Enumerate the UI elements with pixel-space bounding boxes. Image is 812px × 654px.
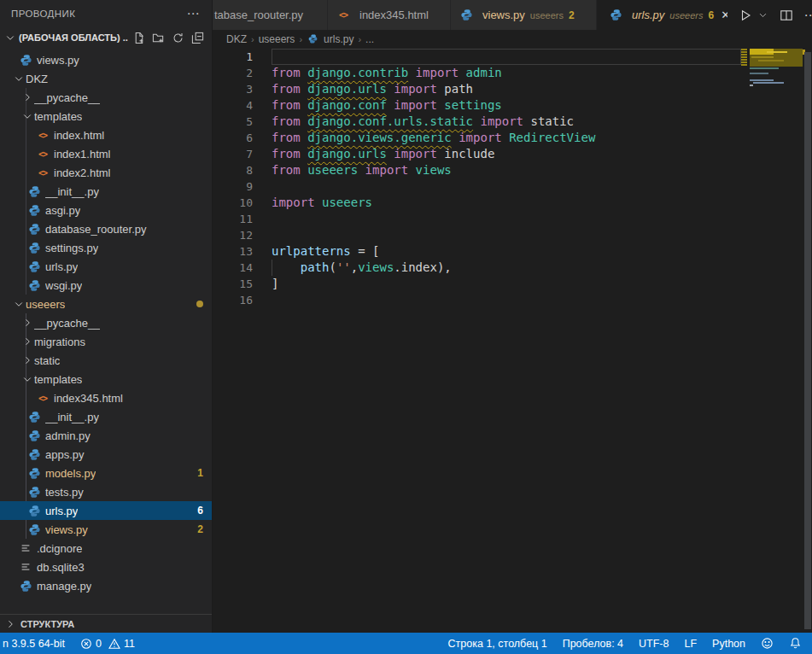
tree-folder-__pycache__[interactable]: __pycache__ <box>0 313 212 332</box>
html-file-icon: <> <box>36 166 50 179</box>
tab-tabase_roouter.py[interactable]: tabase_roouter.py <box>213 0 328 30</box>
breadcrumb-item[interactable]: useeers <box>259 33 295 45</box>
run-dropdown-chevron-icon[interactable] <box>753 6 772 25</box>
tree-file-db.sqlite3[interactable]: db.sqlite3 <box>0 558 212 576</box>
code-line-3[interactable]: 3from django.urls import path <box>213 81 741 97</box>
token-kw: import <box>473 114 530 128</box>
tree-file-.dcignore[interactable]: .dcignore <box>0 539 212 558</box>
notifications-bell-icon[interactable] <box>789 637 802 650</box>
code-line-9[interactable]: 9 <box>213 178 741 195</box>
problems-status[interactable]: 0 11 <box>80 638 135 650</box>
code-line-7[interactable]: 7from django.urls import include <box>213 146 741 162</box>
split-editor-icon[interactable] <box>777 6 796 25</box>
python-file-icon <box>27 260 41 273</box>
breadcrumb-item[interactable]: ... <box>365 33 374 45</box>
explorer-sidebar: ПРОВОДНИК ⋯ (РАБОЧАЯ ОБЛАСТЬ) ... <box>0 0 213 633</box>
tree-file-asgi.py[interactable]: asgi.py <box>0 201 212 219</box>
tree-file-wsgi.py[interactable]: wsgi.py <box>0 276 212 295</box>
explorer-more-actions-icon[interactable]: ⋯ <box>187 6 200 21</box>
code-line-10[interactable]: 10import useeers <box>213 195 741 211</box>
token-str: '' <box>336 260 351 274</box>
tree-folder-static[interactable]: static <box>0 351 212 370</box>
python-file-icon <box>27 203 41 217</box>
close-icon[interactable]: ✕ <box>721 9 727 21</box>
code-line-6[interactable]: 6from django.views.generic import Redire… <box>213 130 741 146</box>
workspace-section-header[interactable]: (РАБОЧАЯ ОБЛАСТЬ) ... <box>0 27 212 48</box>
code-line-2[interactable]: 2from django.contrib import admin <box>213 65 741 81</box>
python-interpreter-status[interactable]: n 3.9.5 64-bit <box>3 638 65 650</box>
feedback-icon[interactable] <box>761 637 774 650</box>
tree-folder-migrations[interactable]: migrations <box>0 332 212 351</box>
token-kw: from <box>272 114 307 128</box>
tree-file-index1.html[interactable]: <>index1.html <box>0 144 212 163</box>
tree-file-manage.py[interactable]: manage.py <box>0 576 212 595</box>
tree-file-__init__.py[interactable]: __init__.py <box>0 407 212 426</box>
tree-folder-templates[interactable]: templates <box>0 370 212 388</box>
run-python-file-icon[interactable] <box>736 6 755 25</box>
code-line-15[interactable]: 15] <box>213 276 741 292</box>
eol-status[interactable]: LF <box>684 638 697 650</box>
status-bar: n 3.9.5 64-bit 0 11 Строка 1, столбец 1 … <box>0 633 812 654</box>
code-line-13[interactable]: 13urlpatterns = [ <box>213 243 741 260</box>
new-folder-icon[interactable] <box>149 29 167 47</box>
tree-file-tests.py[interactable]: tests.py <box>0 482 212 501</box>
python-file-icon <box>27 523 41 536</box>
minimap[interactable] <box>741 48 803 633</box>
chevron-right-icon <box>20 92 34 102</box>
cursor-position-status[interactable]: Строка 1, столбец 1 <box>448 638 547 650</box>
breadcrumb-item[interactable]: DKZ <box>226 33 247 45</box>
tree-file-__init__.py[interactable]: __init__.py <box>0 182 212 201</box>
tree-file-settings.py[interactable]: settings.py <box>0 238 212 257</box>
tree-file-apps.py[interactable]: apps.py <box>0 445 212 464</box>
code-line-1[interactable]: 1 <box>213 49 741 65</box>
tree-file-urls.py[interactable]: urls.py6 <box>0 501 212 520</box>
tree-file-admin.py[interactable]: admin.py <box>0 426 212 445</box>
file-lines-icon <box>19 560 32 574</box>
code-line-11[interactable]: 11 <box>213 211 741 227</box>
line-number: 14 <box>213 260 272 276</box>
collapse-all-icon[interactable] <box>189 29 207 47</box>
tree-folder-templates[interactable]: templates <box>0 107 212 126</box>
tab-bar: tabase_roouter.py<>index345.htmlviews.py… <box>213 0 812 30</box>
tree-folder-useeers[interactable]: useeers <box>0 295 212 313</box>
tree-folder-__pycache__[interactable]: __pycache__ <box>0 88 212 107</box>
language-mode-status[interactable]: Python <box>712 638 745 650</box>
code-line-5[interactable]: 5from django.conf.urls.static import sta… <box>213 114 741 130</box>
breadcrumb-item[interactable]: urls.py <box>324 33 353 45</box>
tree-item-label: __init__.py <box>45 411 99 423</box>
line-number: 9 <box>213 178 272 195</box>
token-pl: . <box>394 260 400 274</box>
tab-index345.html[interactable]: <>index345.html <box>328 0 451 30</box>
tree-file-views.py[interactable]: views.py2 <box>0 520 212 539</box>
more-actions-icon[interactable]: ⋯ <box>801 6 812 25</box>
line-number: 12 <box>213 227 272 243</box>
problem-count-badge: 1 <box>197 467 203 479</box>
tab-urls.py[interactable]: urls.pyuseeers6✕ <box>600 0 727 30</box>
code-line-12[interactable]: 12 <box>213 227 741 243</box>
tree-file-database_roouter.py[interactable]: database_roouter.py <box>0 219 212 238</box>
tab-views.py[interactable]: views.pyuseeers2 <box>451 0 597 30</box>
indentation-status[interactable]: Пробелов: 4 <box>563 638 623 650</box>
python-file-icon <box>27 485 41 499</box>
tree-file-views.py[interactable]: views.py <box>0 50 212 69</box>
outline-section-header[interactable]: СТРУКТУРА <box>0 614 212 633</box>
token-kw: from <box>272 66 307 79</box>
refresh-icon[interactable] <box>169 29 187 47</box>
tree-file-index2.html[interactable]: <>index2.html <box>0 163 212 182</box>
tree-file-models.py[interactable]: models.py1 <box>0 464 212 482</box>
tree-item-label: index1.html <box>54 148 110 161</box>
code-line-14[interactable]: 14 path('',views.index), <box>213 260 741 276</box>
new-file-icon[interactable] <box>130 29 148 47</box>
code-line-4[interactable]: 4from django.conf import settings <box>213 97 741 114</box>
encoding-status[interactable]: UTF-8 <box>639 638 669 650</box>
tree-file-index.html[interactable]: <>index.html <box>0 126 212 144</box>
code-line-16[interactable]: 16 <box>213 292 741 308</box>
scrollbar[interactable] <box>803 48 812 633</box>
code-editor[interactable]: 12from django.contrib import admin3from … <box>213 48 812 633</box>
outline-label: СТРУКТУРА <box>20 619 74 629</box>
tree-file-urls.py[interactable]: urls.py <box>0 257 212 276</box>
scrollbar-slider[interactable] <box>804 52 811 629</box>
tree-file-index345.html[interactable]: <>index345.html <box>0 388 212 407</box>
tree-folder-DKZ[interactable]: DKZ <box>0 69 212 88</box>
code-line-8[interactable]: 8from useeers import views <box>213 162 741 178</box>
